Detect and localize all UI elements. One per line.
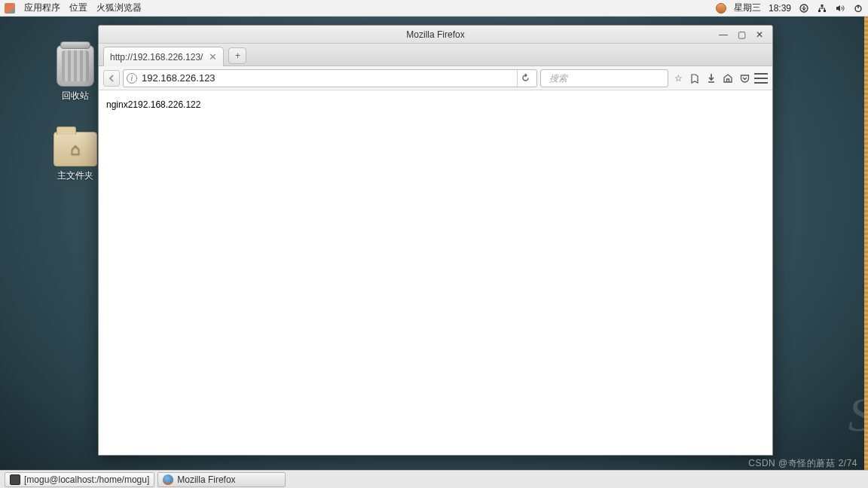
clock-day: 星期三 [734,2,761,14]
volume-icon[interactable] [835,3,845,14]
page-body-text: nginx2192.168.226.122 [106,99,200,110]
search-bar[interactable] [540,69,668,87]
home-label: 主文件夹 [45,169,105,182]
menu-applications[interactable]: 应用程序 [24,2,60,14]
task-terminal-label: [mogu@localhost:/home/mogu] [24,474,149,485]
search-input[interactable] [549,73,663,84]
task-terminal[interactable]: [mogu@localhost:/home/mogu] [5,472,154,487]
maximize-button[interactable]: ▢ [736,29,747,40]
site-info-icon[interactable]: i [127,73,137,84]
tab-close-icon[interactable]: ✕ [209,51,217,63]
url-bar[interactable]: i [123,69,537,87]
menu-places[interactable]: 位置 [69,2,87,14]
pocket-icon[interactable] [738,72,751,85]
browser-tab[interactable]: http://192.168.226.123/ ✕ [103,47,224,66]
trash-label: 回收站 [45,90,105,102]
desktop: 应用程序 位置 火狐浏览器 星期三 18:39 回收站 ⌂ 主文件夹 S Moz… [0,0,868,488]
toolbar: i ☆ [99,66,772,90]
input-method-icon[interactable] [716,3,726,14]
page-content: nginx2192.168.226.122 [99,90,772,455]
bottom-panel: [mogu@localhost:/home/mogu] Mozilla Fire… [0,470,868,488]
desktop-icon-trash[interactable]: 回收站 [45,45,105,102]
desktop-icon-home[interactable]: ⌂ 主文件夹 [45,132,105,182]
task-firefox[interactable]: Mozilla Firefox [157,472,286,487]
svg-rect-4 [824,10,826,12]
folder-icon: ⌂ [53,132,97,166]
minimize-button[interactable]: — [718,29,729,40]
task-firefox-label: Mozilla Firefox [177,474,235,485]
library-icon[interactable] [688,72,701,85]
distro-logo-icon [5,3,15,14]
power-icon[interactable] [853,3,863,14]
svg-rect-2 [821,5,824,7]
terminal-icon [10,474,20,485]
accessibility-icon[interactable] [799,3,809,14]
firefox-window: Mozilla Firefox — ▢ ✕ http://192.168.226… [98,25,773,456]
menu-button[interactable] [754,72,768,85]
right-edge-bar [864,14,868,474]
firefox-icon [163,474,173,485]
watermark: CSDN @奇怪的蘑菇 2/74 [748,456,857,470]
tabbar: http://192.168.226.123/ ✕ + [99,44,772,66]
tab-title: http://192.168.226.123/ [110,52,203,63]
svg-rect-3 [818,10,821,12]
network-icon[interactable] [817,3,827,14]
top-panel: 应用程序 位置 火狐浏览器 星期三 18:39 [0,0,868,17]
titlebar[interactable]: Mozilla Firefox — ▢ ✕ [99,26,772,44]
url-input[interactable] [142,72,512,84]
reload-button[interactable] [517,70,533,87]
new-tab-button[interactable]: + [228,47,246,64]
trash-icon [57,45,94,87]
back-button[interactable] [103,70,120,87]
close-button[interactable]: ✕ [754,29,765,40]
menu-firefox[interactable]: 火狐浏览器 [96,2,142,14]
home-icon[interactable] [721,72,735,85]
svg-point-1 [803,6,805,8]
download-icon[interactable] [704,72,718,85]
clock-time: 18:39 [769,3,791,14]
bookmark-star-icon[interactable]: ☆ [671,72,685,85]
window-title: Mozilla Firefox [99,29,772,40]
